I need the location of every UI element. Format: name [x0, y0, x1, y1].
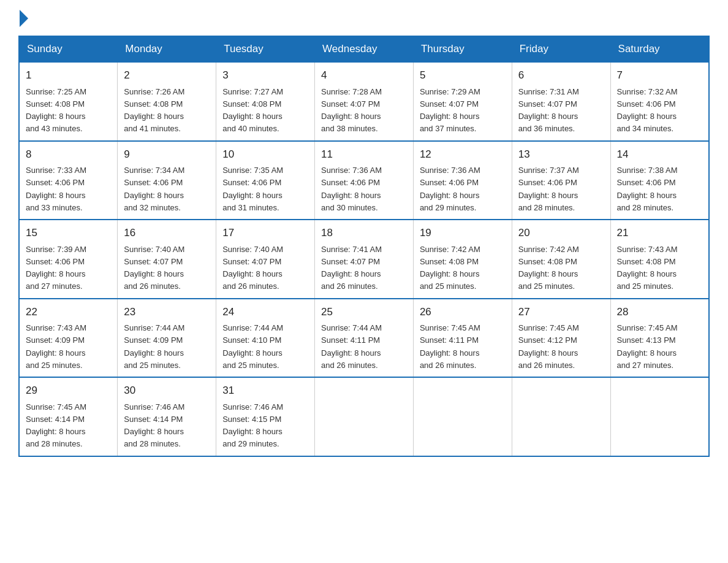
day-number: 11 — [321, 147, 407, 163]
day-number: 17 — [222, 225, 308, 241]
day-number: 25 — [321, 304, 407, 320]
calendar-cell — [610, 377, 709, 456]
calendar-week-row: 22 Sunrise: 7:43 AM Sunset: 4:09 PM Dayl… — [19, 299, 709, 378]
day-info: Sunrise: 7:43 AM Sunset: 4:09 PM Dayligh… — [26, 323, 86, 370]
day-info: Sunrise: 7:26 AM Sunset: 4:08 PM Dayligh… — [124, 87, 184, 134]
day-number: 7 — [617, 67, 702, 83]
day-info: Sunrise: 7:46 AM Sunset: 4:14 PM Dayligh… — [124, 402, 184, 449]
day-number: 20 — [518, 225, 604, 241]
day-number: 1 — [26, 67, 111, 83]
day-info: Sunrise: 7:25 AM Sunset: 4:08 PM Dayligh… — [26, 87, 86, 134]
day-number: 15 — [26, 225, 111, 241]
day-of-week-header: Friday — [512, 36, 610, 62]
day-info: Sunrise: 7:45 AM Sunset: 4:12 PM Dayligh… — [518, 323, 579, 370]
day-of-week-header: Thursday — [413, 36, 512, 62]
calendar-cell: 5 Sunrise: 7:29 AM Sunset: 4:07 PM Dayli… — [413, 62, 512, 141]
day-number: 18 — [321, 225, 407, 241]
calendar-cell: 19 Sunrise: 7:42 AM Sunset: 4:08 PM Dayl… — [413, 220, 512, 299]
day-number: 6 — [518, 67, 604, 83]
calendar-cell: 28 Sunrise: 7:45 AM Sunset: 4:13 PM Dayl… — [610, 299, 709, 378]
calendar-header-row: SundayMondayTuesdayWednesdayThursdayFrid… — [19, 36, 709, 62]
day-info: Sunrise: 7:37 AM Sunset: 4:06 PM Dayligh… — [518, 166, 579, 212]
day-number: 2 — [124, 67, 210, 83]
calendar-cell: 1 Sunrise: 7:25 AM Sunset: 4:08 PM Dayli… — [19, 62, 118, 141]
day-info: Sunrise: 7:36 AM Sunset: 4:06 PM Dayligh… — [420, 166, 480, 212]
day-number: 29 — [26, 383, 111, 399]
page-header — [18, 12, 710, 23]
calendar-cell: 20 Sunrise: 7:42 AM Sunset: 4:08 PM Dayl… — [512, 220, 610, 299]
day-number: 26 — [420, 304, 506, 320]
calendar-cell: 8 Sunrise: 7:33 AM Sunset: 4:06 PM Dayli… — [19, 141, 118, 220]
calendar-cell: 25 Sunrise: 7:44 AM Sunset: 4:11 PM Dayl… — [315, 299, 414, 378]
calendar-cell: 16 Sunrise: 7:40 AM Sunset: 4:07 PM Dayl… — [118, 220, 216, 299]
day-info: Sunrise: 7:34 AM Sunset: 4:06 PM Dayligh… — [124, 166, 184, 212]
day-info: Sunrise: 7:33 AM Sunset: 4:06 PM Dayligh… — [26, 166, 86, 212]
day-info: Sunrise: 7:41 AM Sunset: 4:07 PM Dayligh… — [321, 245, 382, 291]
logo — [18, 12, 28, 23]
day-info: Sunrise: 7:46 AM Sunset: 4:15 PM Dayligh… — [222, 402, 283, 449]
day-info: Sunrise: 7:45 AM Sunset: 4:11 PM Dayligh… — [420, 323, 480, 370]
day-number: 13 — [518, 147, 604, 163]
calendar-cell: 30 Sunrise: 7:46 AM Sunset: 4:14 PM Dayl… — [118, 377, 216, 456]
calendar-cell: 22 Sunrise: 7:43 AM Sunset: 4:09 PM Dayl… — [19, 299, 118, 378]
day-number: 27 — [518, 304, 604, 320]
calendar-cell: 14 Sunrise: 7:38 AM Sunset: 4:06 PM Dayl… — [610, 141, 709, 220]
day-number: 5 — [420, 67, 506, 83]
day-info: Sunrise: 7:38 AM Sunset: 4:06 PM Dayligh… — [617, 166, 678, 212]
day-number: 31 — [222, 383, 308, 399]
day-number: 3 — [222, 67, 308, 83]
day-info: Sunrise: 7:44 AM Sunset: 4:09 PM Dayligh… — [124, 323, 184, 370]
calendar-cell — [413, 377, 512, 456]
day-info: Sunrise: 7:43 AM Sunset: 4:08 PM Dayligh… — [617, 245, 678, 291]
calendar-cell: 24 Sunrise: 7:44 AM Sunset: 4:10 PM Dayl… — [216, 299, 315, 378]
calendar-cell: 29 Sunrise: 7:45 AM Sunset: 4:14 PM Dayl… — [19, 377, 118, 456]
day-info: Sunrise: 7:45 AM Sunset: 4:13 PM Dayligh… — [617, 323, 678, 370]
day-of-week-header: Saturday — [610, 36, 709, 62]
calendar-cell: 9 Sunrise: 7:34 AM Sunset: 4:06 PM Dayli… — [118, 141, 216, 220]
day-of-week-header: Monday — [118, 36, 216, 62]
day-number: 22 — [26, 304, 111, 320]
calendar-cell: 11 Sunrise: 7:36 AM Sunset: 4:06 PM Dayl… — [315, 141, 414, 220]
day-info: Sunrise: 7:44 AM Sunset: 4:10 PM Dayligh… — [222, 323, 283, 370]
day-number: 28 — [617, 304, 702, 320]
calendar-cell: 26 Sunrise: 7:45 AM Sunset: 4:11 PM Dayl… — [413, 299, 512, 378]
day-info: Sunrise: 7:40 AM Sunset: 4:07 PM Dayligh… — [222, 245, 283, 291]
day-number: 8 — [26, 147, 111, 163]
calendar-week-row: 1 Sunrise: 7:25 AM Sunset: 4:08 PM Dayli… — [19, 62, 709, 141]
calendar-cell: 31 Sunrise: 7:46 AM Sunset: 4:15 PM Dayl… — [216, 377, 315, 456]
day-info: Sunrise: 7:29 AM Sunset: 4:07 PM Dayligh… — [420, 87, 480, 134]
day-info: Sunrise: 7:31 AM Sunset: 4:07 PM Dayligh… — [518, 87, 579, 134]
day-info: Sunrise: 7:36 AM Sunset: 4:06 PM Dayligh… — [321, 166, 382, 212]
day-of-week-header: Wednesday — [315, 36, 414, 62]
day-info: Sunrise: 7:45 AM Sunset: 4:14 PM Dayligh… — [26, 402, 86, 449]
day-number: 30 — [124, 383, 210, 399]
day-info: Sunrise: 7:28 AM Sunset: 4:07 PM Dayligh… — [321, 87, 382, 134]
day-info: Sunrise: 7:42 AM Sunset: 4:08 PM Dayligh… — [518, 245, 579, 291]
day-number: 14 — [617, 147, 702, 163]
calendar-table: SundayMondayTuesdayWednesdayThursdayFrid… — [18, 36, 710, 457]
day-info: Sunrise: 7:39 AM Sunset: 4:06 PM Dayligh… — [26, 245, 86, 291]
calendar-cell: 7 Sunrise: 7:32 AM Sunset: 4:06 PM Dayli… — [610, 62, 709, 141]
calendar-week-row: 8 Sunrise: 7:33 AM Sunset: 4:06 PM Dayli… — [19, 141, 709, 220]
calendar-week-row: 15 Sunrise: 7:39 AM Sunset: 4:06 PM Dayl… — [19, 220, 709, 299]
calendar-cell — [512, 377, 610, 456]
day-info: Sunrise: 7:27 AM Sunset: 4:08 PM Dayligh… — [222, 87, 283, 134]
day-number: 12 — [420, 147, 506, 163]
day-of-week-header: Tuesday — [216, 36, 315, 62]
calendar-cell: 27 Sunrise: 7:45 AM Sunset: 4:12 PM Dayl… — [512, 299, 610, 378]
day-info: Sunrise: 7:35 AM Sunset: 4:06 PM Dayligh… — [222, 166, 283, 212]
day-info: Sunrise: 7:32 AM Sunset: 4:06 PM Dayligh… — [617, 87, 678, 134]
day-info: Sunrise: 7:42 AM Sunset: 4:08 PM Dayligh… — [420, 245, 480, 291]
calendar-cell: 12 Sunrise: 7:36 AM Sunset: 4:06 PM Dayl… — [413, 141, 512, 220]
day-info: Sunrise: 7:44 AM Sunset: 4:11 PM Dayligh… — [321, 323, 382, 370]
calendar-week-row: 29 Sunrise: 7:45 AM Sunset: 4:14 PM Dayl… — [19, 377, 709, 456]
day-number: 19 — [420, 225, 506, 241]
day-number: 4 — [321, 67, 407, 83]
day-number: 10 — [222, 147, 308, 163]
calendar-cell: 6 Sunrise: 7:31 AM Sunset: 4:07 PM Dayli… — [512, 62, 610, 141]
calendar-cell: 2 Sunrise: 7:26 AM Sunset: 4:08 PM Dayli… — [118, 62, 216, 141]
calendar-cell: 17 Sunrise: 7:40 AM Sunset: 4:07 PM Dayl… — [216, 220, 315, 299]
day-number: 9 — [124, 147, 210, 163]
calendar-cell: 23 Sunrise: 7:44 AM Sunset: 4:09 PM Dayl… — [118, 299, 216, 378]
calendar-cell: 15 Sunrise: 7:39 AM Sunset: 4:06 PM Dayl… — [19, 220, 118, 299]
